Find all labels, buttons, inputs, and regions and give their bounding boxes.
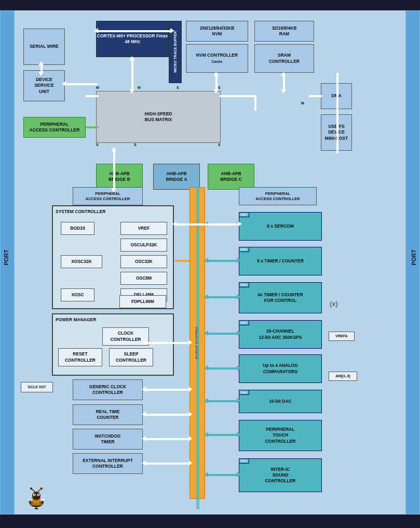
power-manager-container: POWER MANAGER CLOCKCONTROLLER RESETCONTR… <box>52 313 174 376</box>
osculp32k-block: OSCULP32K <box>120 239 167 252</box>
pac-bottom-left-block: PERIPHERALACCESS CONTROLLER <box>73 187 143 205</box>
white-eic-head2 <box>188 460 193 466</box>
arrow-head-up <box>129 56 134 60</box>
green-arrow-pac <box>86 126 99 128</box>
gclk-io-block: GCLK IO/7 <box>21 382 53 392</box>
port-label-right: PORT <box>411 249 417 266</box>
block-diagram: PORT PORT SERIAL WIRE CORTEX-M0+ PROCESS… <box>0 0 420 528</box>
white-rtc-arrow <box>144 414 189 416</box>
cortex-block: CORTEX-M0+ PROCESSOR Fmax 48 MHz <box>96 21 169 57</box>
teal-timer-head2 <box>237 258 241 263</box>
white-gclk-head2 <box>188 387 193 392</box>
ahb-apb-c-block: AHB-APBBRIDGE C <box>208 164 254 190</box>
timer-counter-block: 5 x TIMER / COUNTER <box>239 247 322 275</box>
teal-adc <box>205 333 239 335</box>
bridge-a-head-r <box>238 221 242 227</box>
power-manager-label: POWER MANAGER <box>56 317 96 322</box>
arrow-nvm-up <box>213 72 219 76</box>
svg-point-10 <box>30 487 32 490</box>
svg-point-11 <box>40 487 43 490</box>
fdpll96m-block: FDPLL96M <box>119 295 166 308</box>
top-h-arrow <box>96 30 171 32</box>
white-wdt-head <box>142 436 146 441</box>
white-gclk-arrow <box>144 389 189 391</box>
label-s3: S <box>96 143 99 147</box>
orange-timer-arrow <box>175 260 189 262</box>
sercom-block: 6 x SERCOM <box>239 212 322 241</box>
sleep-controller-block: SLEEPCONTROLLER <box>109 348 153 366</box>
svg-point-3 <box>32 492 40 500</box>
dma-v-arrow <box>336 73 338 114</box>
h-arrow1 <box>86 95 99 97</box>
ram-size-block: 32/16/8/4KBRAM <box>254 21 314 42</box>
generic-clock-block: GENERIC CLOCKCONTROLLER <box>73 379 143 400</box>
analog-comp-block: Up to 4 ANALOGCOMPARATORS <box>239 354 322 383</box>
green-arrow-head-left <box>80 124 85 129</box>
teal-sound-head2 <box>237 472 241 477</box>
teal-timer <box>205 260 239 262</box>
teal-touch-head2 <box>237 432 241 437</box>
serial-wire-block: SERIAL WIRE <box>23 29 65 65</box>
ahb-apb-b-block: AHB-APBBRIDGE B <box>96 164 143 190</box>
teal-adc-head2 <box>237 331 241 336</box>
svg-point-2 <box>30 503 43 506</box>
arrow-head-down <box>129 89 134 94</box>
xosc-block: XOSC <box>61 288 94 301</box>
white-pm-head2 <box>188 340 193 345</box>
xosc32k-block: XOSC32K <box>61 255 102 268</box>
pac-left-block: PERIPHERALACCESS CONTROLLER <box>23 117 86 138</box>
rtc-block: REAL TIMECOUNTER <box>73 404 143 425</box>
white-eic-arrow <box>144 463 189 465</box>
teal-touch <box>205 434 239 436</box>
teal-touch-head <box>204 432 208 437</box>
white-wdt-head2 <box>188 436 193 441</box>
cortex-bus-arrow <box>131 57 133 91</box>
dsu-bus-head <box>62 81 66 86</box>
sound-dma-badge: DMA <box>239 458 249 464</box>
system-controller-label: SYSTEM CONTROLLER <box>56 209 105 214</box>
white-rtc-head2 <box>188 412 193 417</box>
arrow-sram-up <box>281 72 286 76</box>
arrow-bridge-down <box>111 188 116 192</box>
h-arrow4 <box>309 95 322 97</box>
system-controller-container: SYSTEM CONTROLLER BOD33 VREF OSCULP32K O… <box>52 205 174 309</box>
arrow-bridge-up <box>111 147 116 151</box>
bod33-block: BOD33 <box>61 222 94 235</box>
adc-block: 20-CHANNEL12-bit ADC 350KSPS <box>239 320 322 349</box>
pac-bottom-right-block: PERIPHERALACCESS CONTROLLER <box>239 187 317 205</box>
label-s5: S <box>218 143 221 147</box>
adc-dma-badge: DMA <box>239 320 249 325</box>
bus-matrix-block: HIGH-SPEEDBUS MATRIX <box>96 91 221 143</box>
reset-controller-block: RESETCONTROLLER <box>58 348 102 366</box>
h-arrow3 <box>254 95 256 111</box>
osc8m-block: OSC8M <box>120 272 167 285</box>
svg-marker-17 <box>34 507 38 509</box>
nvm-size-block: 256/128/64/32KBNVM <box>186 21 248 42</box>
dsu-block: DEVICESERVICEUNIT <box>23 70 65 101</box>
dac-block: 10-bit DAC <box>239 390 322 413</box>
timer-ctrl-dma-badge: DMA <box>239 282 249 287</box>
svg-point-6 <box>34 494 35 495</box>
ahb-apb-a-block: AHB-APBBRIDGE A <box>153 164 200 190</box>
dac-dma-badge: DMA <box>239 390 249 395</box>
label-m2: M <box>138 86 141 89</box>
vref-block: VREF <box>120 222 167 235</box>
arrow-nvm-down <box>213 89 219 94</box>
ain-block: AIN[3..0] <box>329 372 357 381</box>
teal-timer-ctrl-head2 <box>237 294 241 299</box>
vrefa-block: VREFA <box>329 332 355 341</box>
teal-timer-head <box>204 258 208 263</box>
bridge-b-arrow <box>113 148 115 190</box>
osc32k-block: OSC32K <box>120 255 167 268</box>
arrow-sram-down <box>281 89 286 94</box>
teal-dac <box>205 400 239 402</box>
touch-block: PERIPHERALTOUCHCONTROLLER <box>239 420 322 451</box>
label-s4: S <box>134 143 137 147</box>
teal-timer-ctrl <box>205 296 239 298</box>
white-pm-arrow <box>144 342 189 344</box>
teal-comp-head2 <box>237 365 241 371</box>
sram-controller-block: SRAMCONTROLLER <box>254 44 314 73</box>
watchdog-block: WATCHDOGTIMER <box>73 429 143 450</box>
sound-block: INTER-ICSOUNDCONTROLLER <box>239 458 322 492</box>
timer-counter-control-block: 4x TIMER / COUNTERFOR CONTROL <box>239 282 322 313</box>
